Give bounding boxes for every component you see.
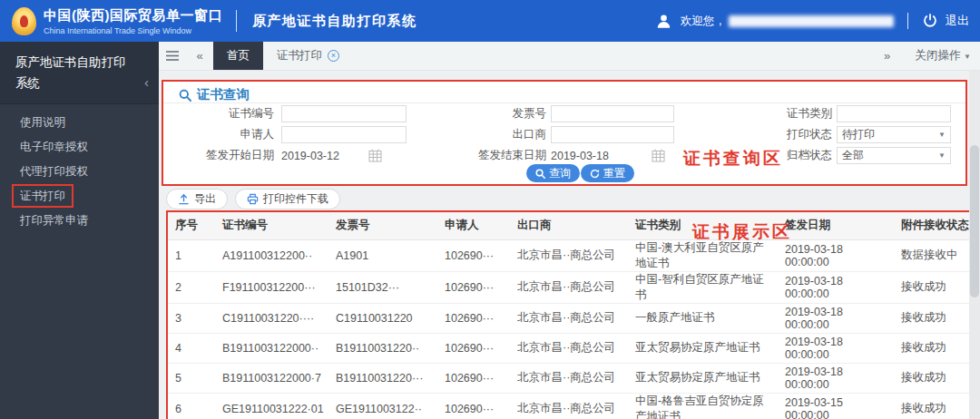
table-cell: 102690··· (437, 303, 510, 333)
column-header: 附件接收状态 (894, 212, 969, 239)
issue-end-value: 2019-03-18 (551, 150, 609, 162)
logout-label: 退出 (946, 13, 969, 29)
table-cell: 接收成功 (894, 363, 969, 393)
table-cell: 2019-03-18 00:00:00 (778, 303, 894, 333)
calendar-icon[interactable] (368, 149, 382, 162)
logout-button[interactable]: 退出 (922, 13, 969, 29)
exporter-input[interactable] (551, 126, 674, 143)
tab-certificate-print[interactable]: 证书打印 × (263, 42, 353, 70)
query-panel-title-label: 证书查询 (197, 86, 250, 103)
export-button-label: 导出 (194, 191, 216, 207)
table-cell: 接收成功 (894, 271, 969, 303)
caret-down-icon: ▼ (938, 151, 946, 160)
table-cell: 一般原产地证书 (628, 303, 778, 333)
issue-start-date-input[interactable]: 2019-03-12 (281, 147, 339, 164)
main-content: 证书查询 证书编号 发票号 证书类别 申请人 出口商 打印状态 待打印 ▼ 签发… (159, 71, 980, 419)
table-row[interactable]: 5B1911003122000·7B19110031220···102690··… (168, 363, 969, 393)
sidebar-item-eseal-authorization[interactable]: 电子印章授权 (0, 135, 159, 160)
results-table-head-row: 序号证书编号发票号申请人出口商证书类别签发日期附件接收状态 (168, 212, 969, 239)
invoice-no-input[interactable] (551, 105, 674, 122)
table-cell: 102690··· (437, 239, 510, 271)
calendar-icon[interactable] (652, 149, 665, 162)
table-cell: 数据接收中 (894, 239, 969, 271)
table-cell: 接收成功 (894, 393, 969, 419)
table-row[interactable]: 1A191100312200··A1901102690···北京市昌··商总公司… (168, 239, 969, 271)
sidebar-item-label: 电子印章授权 (20, 141, 88, 153)
sidebar-item-agent-print-authorization[interactable]: 代理打印授权 (0, 160, 159, 184)
table-cell: 北京市昌··商总公司 (510, 363, 628, 393)
issue-start-value: 2019-03-12 (281, 150, 339, 162)
table-cell: 亚太贸易协定原产地证书 (628, 333, 778, 363)
table-cell: 北京市昌··商总公司 (510, 271, 628, 303)
cert-no-label: 证书编号 (165, 105, 274, 122)
sidebar-item-usage-instructions[interactable]: 使用说明 (0, 111, 159, 135)
table-row[interactable]: 2F191100312200···15101D32···102690···北京市… (168, 271, 969, 303)
tab-label: 证书打印 (277, 48, 322, 63)
column-header: 签发日期 (778, 212, 894, 239)
table-cell: 北京市昌··商总公司 (510, 239, 628, 271)
brand-subtitle: China International Trade Single Window (44, 26, 222, 35)
tab-home[interactable]: 首页 (213, 42, 263, 70)
table-row[interactable]: 4B1911003122000··B19110031220··102690···… (168, 333, 969, 363)
cert-no-input[interactable] (281, 105, 407, 122)
tab-bar-right: » 关闭操作 ▼ (874, 42, 980, 70)
table-cell: 3 (168, 303, 215, 333)
sidebar-title: 原产地证书自助打印系统 ‹ (0, 42, 159, 104)
table-row[interactable]: 6GE19110031222·01GE1911003122··102690···… (168, 393, 969, 419)
menu-toggle-icon[interactable] (159, 42, 186, 70)
header-separator (907, 13, 908, 29)
table-cell: C19110031220 (328, 303, 437, 333)
scroll-tabs-left-icon[interactable]: « (186, 42, 213, 70)
header-divider (236, 10, 237, 32)
table-cell: 102690··· (437, 271, 510, 303)
close-operations-dropdown[interactable]: 关闭操作 ▼ (916, 48, 971, 63)
table-cell: 亚太贸易协定原产地证书 (628, 363, 778, 393)
table-cell: 2019-03-18 00:00:00 (778, 333, 894, 363)
print-status-select[interactable]: 待打印 ▼ (837, 126, 951, 143)
table-cell: B1911003122000·7 (215, 363, 328, 393)
export-button[interactable]: 导出 (166, 189, 228, 210)
table-cell: 2019-03-15 00:00:00 (778, 393, 894, 419)
caret-down-icon: ▼ (938, 131, 946, 139)
query-panel-title: 证书查询 (179, 86, 250, 103)
tab-close-icon[interactable]: × (328, 50, 339, 62)
table-cell: 北京市昌··商总公司 (510, 393, 628, 419)
table-cell: 中国-澳大利亚自贸区原产地证书 (628, 239, 778, 271)
table-cell: 1 (168, 239, 215, 271)
print-status-label: 打印状态 (744, 126, 832, 143)
results-table: 序号证书编号发票号申请人出口商证书类别签发日期附件接收状态 1A19110031… (168, 212, 969, 419)
print-control-download-button[interactable]: 打印控件下载 (235, 189, 340, 210)
results-toolbar: 导出 打印控件下载 (166, 189, 348, 210)
scrollbar-thumb[interactable] (970, 145, 979, 297)
results-table-body: 1A191100312200··A1901102690···北京市昌··商总公司… (168, 239, 969, 419)
archive-status-value: 全部 (842, 148, 864, 163)
sidebar-item-label: 打印异常申请 (20, 214, 88, 227)
cert-type-input[interactable] (837, 105, 951, 122)
power-icon (922, 13, 938, 29)
scroll-tabs-right-icon[interactable]: » (874, 49, 901, 63)
sidebar-item-certificate-print[interactable]: 证书打印 (0, 184, 159, 209)
archive-status-select[interactable]: 全部 ▼ (837, 147, 951, 164)
panel-divider (163, 102, 965, 103)
table-cell: B19110031220·· (328, 333, 437, 363)
search-button-label: 查询 (549, 166, 571, 181)
table-row[interactable]: 3C19110031220····C19110031220102690···北京… (168, 303, 969, 333)
reset-button-label: 重置 (603, 166, 625, 181)
export-icon (178, 193, 190, 205)
print-control-download-label: 打印控件下载 (263, 191, 328, 207)
table-cell: 北京市昌··商总公司 (510, 303, 628, 333)
search-button[interactable]: 查询 (526, 164, 580, 182)
reset-button[interactable]: 重置 (581, 164, 634, 182)
table-cell: 5 (168, 363, 215, 393)
table-cell: B19110031220··· (328, 363, 437, 393)
search-icon (535, 169, 545, 179)
issue-end-date-input[interactable]: 2019-03-18 (551, 147, 609, 164)
close-operations-label: 关闭操作 (916, 49, 961, 62)
welcome-text: 欢迎您， (681, 14, 726, 29)
vertical-scrollbar[interactable] (969, 71, 980, 419)
app-logo-icon (12, 7, 36, 35)
table-cell: A1901 (328, 239, 437, 271)
sidebar-item-print-exception[interactable]: 打印异常申请 (0, 209, 159, 233)
sidebar-collapse-icon[interactable]: ‹ (144, 71, 149, 94)
applicant-input[interactable] (281, 126, 407, 143)
